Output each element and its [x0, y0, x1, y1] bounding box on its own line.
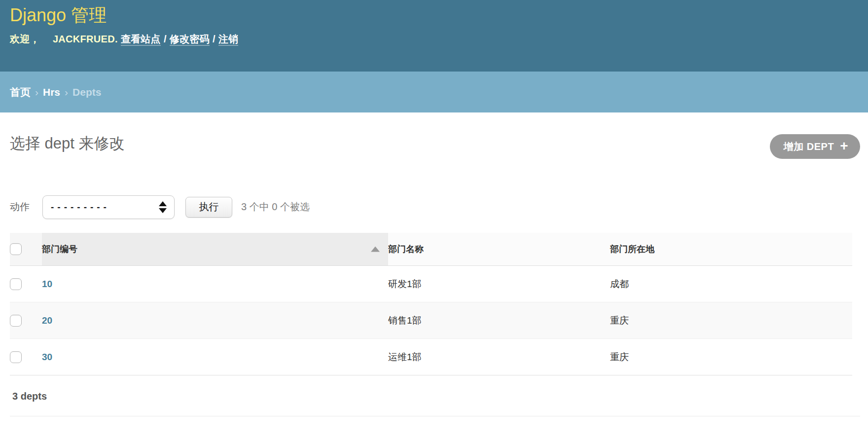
logout-link[interactable]: 注销	[218, 34, 239, 46]
dept-location-cell: 重庆	[610, 302, 852, 339]
breadcrumb-home-link[interactable]: 首页	[10, 85, 31, 99]
user-tools: 欢迎，JACKFRUED. 查看站点/修改密码/注销	[10, 33, 858, 46]
site-title[interactable]: Django 管理	[10, 0, 858, 26]
welcome-text: 欢迎，	[10, 34, 40, 44]
view-site-link[interactable]: 查看站点	[121, 34, 161, 46]
row-checkbox[interactable]	[10, 315, 22, 327]
username-period: .	[115, 34, 118, 44]
chevron-up-icon	[159, 201, 167, 206]
chevron-down-icon	[159, 208, 167, 213]
add-dept-button-label: 增加 DEPT	[784, 140, 834, 153]
username: JACKFRUED	[53, 34, 115, 44]
app-header: Django 管理 欢迎，JACKFRUED. 查看站点/修改密码/注销	[0, 0, 868, 72]
dept-id-link[interactable]: 10	[42, 279, 52, 289]
column-header-dept-name[interactable]: 部门名称	[388, 233, 610, 266]
paginator-count: 3 depts	[10, 375, 860, 402]
column-header-dept-location[interactable]: 部门所在地	[610, 233, 852, 266]
add-dept-button[interactable]: 增加 DEPT +	[770, 134, 860, 159]
sort-ascending-icon[interactable]	[371, 247, 380, 252]
dept-location-cell: 成都	[610, 266, 852, 302]
action-select[interactable]: ---------	[42, 195, 175, 219]
row-checkbox[interactable]	[10, 351, 22, 363]
change-password-link[interactable]: 修改密码	[170, 34, 210, 46]
dept-change-list-table: 部门编号 部门名称 部门所在地 10 研发1部 成都 20 销售1部 重庆	[10, 233, 852, 376]
content-area: 选择 dept 来修改 增加 DEPT + 动作 --------- 执行 3 …	[0, 112, 868, 416]
dept-name-cell: 运维1部	[388, 339, 610, 375]
dept-location-cell: 重庆	[610, 339, 852, 375]
breadcrumb-app-link[interactable]: Hrs	[43, 86, 60, 98]
dept-name-cell: 销售1部	[388, 302, 610, 339]
link-separator: /	[164, 34, 167, 44]
dept-id-link[interactable]: 20	[42, 315, 52, 326]
link-separator: /	[213, 34, 216, 44]
table-row: 20 销售1部 重庆	[10, 302, 852, 339]
header-select-all-cell	[10, 233, 42, 266]
page-title: 选择 dept 来修改	[10, 112, 860, 153]
breadcrumb-separator: ›	[35, 86, 38, 98]
table-row: 30 运维1部 重庆	[10, 339, 852, 375]
row-checkbox[interactable]	[10, 278, 22, 290]
selection-counter: 3 个中 0 个被选	[241, 200, 310, 214]
table-row: 10 研发1部 成都	[10, 266, 852, 302]
table-header-row: 部门编号 部门名称 部门所在地	[10, 233, 852, 266]
breadcrumb-current: Depts	[72, 86, 101, 98]
dept-id-link[interactable]: 30	[42, 352, 52, 362]
action-select-value: ---------	[51, 202, 110, 213]
actions-label: 动作	[10, 200, 30, 214]
breadcrumb-separator: ›	[65, 86, 68, 98]
execute-button[interactable]: 执行	[185, 197, 232, 218]
select-all-checkbox[interactable]	[10, 243, 22, 255]
actions-bar: 动作 --------- 执行 3 个中 0 个被选	[10, 195, 860, 219]
column-header-dept-no[interactable]: 部门编号	[42, 233, 388, 266]
breadcrumb: 首页 › Hrs › Depts	[0, 72, 868, 112]
footer-divider	[10, 416, 860, 416]
select-stepper-icon	[159, 201, 167, 213]
dept-name-cell: 研发1部	[388, 266, 610, 302]
